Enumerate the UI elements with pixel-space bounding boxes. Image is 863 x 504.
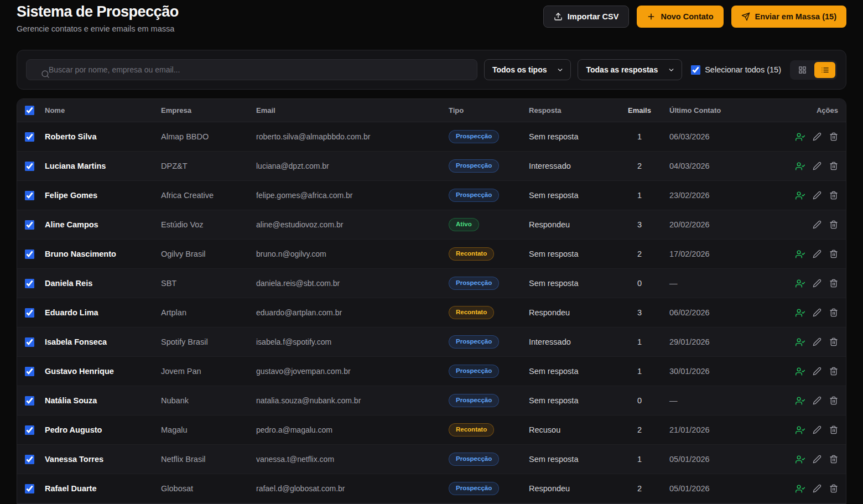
last-contact-date: 05/01/2026 bbox=[662, 484, 779, 493]
activate-contact-button[interactable] bbox=[796, 308, 805, 318]
delete-contact-button[interactable] bbox=[829, 132, 838, 141]
type-badge: Prospecção bbox=[449, 277, 499, 290]
contact-company: Estúdio Voz bbox=[161, 220, 256, 229]
row-checkbox[interactable] bbox=[25, 337, 34, 347]
edit-contact-button[interactable] bbox=[813, 220, 822, 229]
search-input[interactable] bbox=[27, 60, 477, 80]
activate-contact-button[interactable] bbox=[796, 162, 805, 171]
delete-contact-button[interactable] bbox=[829, 191, 838, 200]
emails-count: 0 bbox=[617, 279, 662, 288]
delete-contact-button[interactable] bbox=[829, 367, 838, 376]
edit-contact-button[interactable] bbox=[813, 484, 822, 493]
delete-contact-button[interactable] bbox=[829, 455, 838, 464]
prospecting-app: Sistema de Prospecção Gerencie contatos … bbox=[0, 0, 863, 504]
edit-contact-button[interactable] bbox=[813, 425, 822, 434]
activate-contact-button[interactable] bbox=[796, 279, 805, 288]
bulk-send-button[interactable]: Enviar em Massa (15) bbox=[731, 6, 847, 28]
contact-email: felipe.gomes@africa.com.br bbox=[256, 191, 449, 200]
grid-view-button[interactable] bbox=[792, 62, 813, 78]
response-filter-select[interactable]: Todas as respostas bbox=[578, 59, 682, 80]
edit-contact-button[interactable] bbox=[813, 191, 822, 200]
type-badge: Prospecção bbox=[449, 130, 499, 143]
activate-contact-button[interactable] bbox=[796, 396, 805, 406]
delete-contact-button[interactable] bbox=[829, 279, 838, 288]
activate-contact-button[interactable] bbox=[796, 455, 805, 464]
row-checkbox[interactable] bbox=[25, 250, 34, 259]
activate-contact-button[interactable] bbox=[796, 250, 805, 259]
row-checkbox[interactable] bbox=[25, 396, 34, 406]
filters-toolbar: Todos os tipos Todas as respostas Seleci… bbox=[17, 50, 846, 90]
row-checkbox[interactable] bbox=[25, 191, 34, 200]
row-checkbox[interactable] bbox=[25, 484, 34, 493]
pencil-icon bbox=[813, 455, 822, 464]
delete-contact-button[interactable] bbox=[829, 162, 838, 170]
user-check-icon bbox=[796, 162, 805, 171]
activate-contact-button[interactable] bbox=[796, 191, 805, 200]
emails-count: 1 bbox=[617, 455, 662, 464]
table-header-row: Nome Empresa Email Tipo Resposta Emails … bbox=[17, 99, 846, 122]
table-row: Luciana Martins DPZ&T luciana@dpzt.com.b… bbox=[17, 152, 846, 181]
list-view-button[interactable] bbox=[814, 62, 835, 78]
row-checkbox[interactable] bbox=[25, 367, 34, 376]
activate-contact-button[interactable] bbox=[796, 132, 805, 142]
row-checkbox[interactable] bbox=[25, 220, 34, 230]
contact-name: Pedro Augusto bbox=[45, 425, 161, 434]
activate-contact-button[interactable] bbox=[796, 425, 805, 435]
type-badge: Prospecção bbox=[449, 394, 499, 407]
contact-response: Interessado bbox=[529, 162, 617, 170]
contact-name: Daniela Reis bbox=[45, 279, 161, 288]
delete-contact-button[interactable] bbox=[829, 220, 838, 229]
row-checkbox[interactable] bbox=[25, 455, 34, 464]
delete-contact-button[interactable] bbox=[829, 337, 838, 346]
type-badge: Recontato bbox=[449, 306, 494, 319]
delete-contact-button[interactable] bbox=[829, 308, 838, 317]
contact-name: Rafael Duarte bbox=[45, 484, 161, 493]
edit-contact-button[interactable] bbox=[813, 308, 822, 317]
new-contact-button[interactable]: Novo Contato bbox=[637, 6, 723, 28]
edit-contact-button[interactable] bbox=[813, 337, 822, 346]
user-check-icon bbox=[796, 367, 805, 376]
delete-contact-button[interactable] bbox=[829, 396, 838, 405]
import-csv-button[interactable]: Importar CSV bbox=[543, 6, 630, 28]
column-header-ultimo-contato: Último Contato bbox=[662, 106, 779, 115]
last-contact-date: 06/03/2026 bbox=[662, 132, 779, 141]
edit-contact-button[interactable] bbox=[813, 396, 822, 405]
row-checkbox[interactable] bbox=[25, 279, 34, 288]
select-all-checkbox[interactable] bbox=[691, 65, 700, 75]
contact-company: Ogilvy Brasil bbox=[161, 250, 256, 258]
activate-contact-button[interactable] bbox=[796, 484, 805, 493]
table-row: Isabela Fonseca Spotify Brasil isabela.f… bbox=[17, 328, 846, 357]
edit-contact-button[interactable] bbox=[813, 250, 822, 258]
edit-contact-button[interactable] bbox=[813, 455, 822, 464]
emails-count: 2 bbox=[617, 484, 662, 493]
column-header-empresa: Empresa bbox=[161, 106, 256, 115]
contact-response: Recusou bbox=[529, 425, 617, 434]
last-contact-date: 06/02/2026 bbox=[662, 308, 779, 317]
row-checkbox[interactable] bbox=[25, 308, 34, 318]
edit-contact-button[interactable] bbox=[813, 279, 822, 288]
trash-icon bbox=[829, 162, 838, 170]
delete-contact-button[interactable] bbox=[829, 425, 838, 434]
edit-contact-button[interactable] bbox=[813, 132, 822, 141]
upload-icon bbox=[554, 12, 563, 21]
column-header-email: Email bbox=[256, 106, 449, 115]
header-checkbox[interactable] bbox=[25, 106, 34, 115]
delete-contact-button[interactable] bbox=[829, 484, 838, 493]
contact-name: Luciana Martins bbox=[45, 162, 161, 170]
contact-email: luciana@dpzt.com.br bbox=[256, 162, 449, 170]
row-checkbox[interactable] bbox=[25, 162, 34, 171]
activate-contact-button[interactable] bbox=[796, 337, 805, 347]
edit-contact-button[interactable] bbox=[813, 367, 822, 376]
table-row: Bruno Nascimento Ogilvy Brasil bruno.n@o… bbox=[17, 240, 846, 269]
row-checkbox[interactable] bbox=[25, 425, 34, 435]
pencil-icon bbox=[813, 484, 822, 493]
delete-contact-button[interactable] bbox=[829, 250, 838, 258]
row-checkbox[interactable] bbox=[25, 132, 34, 142]
trash-icon bbox=[829, 396, 838, 405]
activate-contact-button[interactable] bbox=[796, 367, 805, 376]
last-contact-date: 04/03/2026 bbox=[662, 162, 779, 170]
select-all-toggle[interactable]: Selecionar todos (15) bbox=[689, 65, 783, 75]
edit-contact-button[interactable] bbox=[813, 162, 822, 170]
contact-company: SBT bbox=[161, 279, 256, 288]
type-filter-select[interactable]: Todos os tipos bbox=[484, 59, 571, 80]
